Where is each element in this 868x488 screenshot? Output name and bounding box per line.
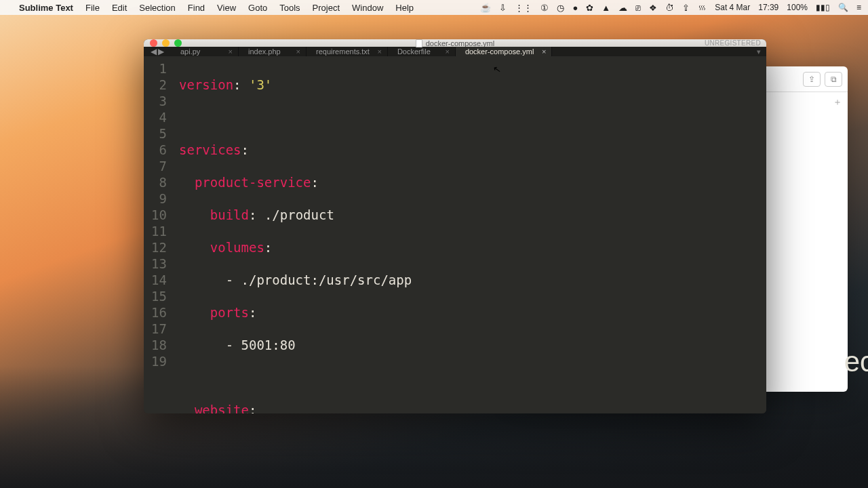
line-number: 8 <box>144 174 167 190</box>
line-number: 18 <box>144 337 167 353</box>
line-number: 1 <box>144 60 167 77</box>
line-number-gutter: 1 2 3 4 5 6 7 8 9 10 11 12 13 14 15 16 1… <box>144 56 174 413</box>
close-icon[interactable]: × <box>542 47 546 56</box>
line-number: 19 <box>144 353 167 369</box>
menu-goto[interactable]: Goto <box>248 3 267 13</box>
sublime-text-window[interactable]: docker-compose.yml UNREGISTERED ◀▶ api.p… <box>144 39 766 413</box>
app-menu[interactable]: Sublime Text <box>19 3 73 13</box>
tab-label: api.py <box>180 47 200 56</box>
window-title: docker-compose.yml <box>426 39 494 47</box>
spotlight-icon[interactable]: 🔍 <box>838 3 848 12</box>
menu-find[interactable]: Find <box>188 3 205 13</box>
tab-label: requirements.txt <box>316 47 370 56</box>
editor-area[interactable]: 1 2 3 4 5 6 7 8 9 10 11 12 13 14 15 16 1… <box>144 56 766 413</box>
line-number: 15 <box>144 288 167 304</box>
tab-label: Dockerfile <box>397 47 431 56</box>
status-icon[interactable]: ❖ <box>649 3 657 13</box>
menu-help[interactable]: Help <box>395 3 414 13</box>
status-icon[interactable]: ⇪ <box>682 3 690 13</box>
menu-edit[interactable]: Edit <box>112 3 127 13</box>
status-icon[interactable]: ☁ <box>618 3 627 13</box>
line-number: 9 <box>144 190 167 207</box>
line-number: 13 <box>144 256 167 272</box>
share-icon[interactable]: ⇪ <box>803 72 821 87</box>
status-icon[interactable]: ▲ <box>601 3 610 13</box>
tab-label: index.php <box>248 47 281 56</box>
yaml-value: - ./product:/usr/src/app <box>226 272 412 287</box>
menubar-time[interactable]: 17:39 <box>758 3 778 12</box>
line-number: 14 <box>144 272 167 288</box>
macos-menubar: Sublime Text File Edit Selection Find Vi… <box>0 0 868 15</box>
menu-tools[interactable]: Tools <box>279 3 300 13</box>
line-number: 5 <box>144 125 167 142</box>
line-number: 4 <box>144 109 167 125</box>
yaml-key: ports <box>210 305 249 320</box>
line-number: 3 <box>144 93 167 109</box>
chevron-left-icon[interactable]: ◀ <box>151 47 157 56</box>
battery-icon[interactable]: ▮▮▯ <box>816 3 830 12</box>
tab-label: docker-compose.yml <box>465 47 534 56</box>
tab-docker-compose-yml[interactable]: docker-compose.yml× <box>456 47 552 56</box>
partial-text: eck <box>844 346 868 378</box>
status-icon[interactable]: ☕ <box>480 3 491 13</box>
tab-bar: ◀▶ api.py× index.php× requirements.txt× … <box>144 47 766 56</box>
yaml-key: volumes <box>210 240 264 255</box>
tab-history-nav[interactable]: ◀▶ <box>144 47 171 56</box>
yaml-value: - 5001:80 <box>226 338 296 352</box>
status-icon[interactable]: ⎚ <box>635 3 641 13</box>
close-icon[interactable]: × <box>377 47 381 56</box>
status-icon[interactable]: ⇩ <box>499 3 507 13</box>
status-icon[interactable]: ✿ <box>586 3 593 13</box>
yaml-key: website <box>195 403 249 413</box>
menu-file[interactable]: File <box>85 3 100 13</box>
file-icon <box>416 39 422 47</box>
status-icon[interactable]: ⏱ <box>665 3 674 13</box>
status-icon[interactable]: ① <box>540 3 549 13</box>
status-icon[interactable]: ◷ <box>557 3 564 13</box>
yaml-key: product-service <box>195 175 311 190</box>
tab-index-php[interactable]: index.php× <box>239 47 307 56</box>
tabs-icon[interactable]: ⧉ <box>825 72 842 87</box>
status-icon[interactable]: ⋮⋮ <box>515 3 532 13</box>
close-icon[interactable]: × <box>296 47 300 56</box>
line-number: 16 <box>144 304 167 321</box>
tab-api-py[interactable]: api.py× <box>171 47 239 56</box>
yaml-value: '3' <box>249 77 272 92</box>
tab-dockerfile[interactable]: Dockerfile× <box>388 47 456 56</box>
close-icon[interactable]: × <box>445 47 449 56</box>
yaml-key: services <box>179 142 241 157</box>
menu-selection[interactable]: Selection <box>139 3 175 13</box>
yaml-key: version <box>179 77 233 92</box>
close-window-icon[interactable] <box>150 39 157 47</box>
menu-window[interactable]: Window <box>352 3 383 13</box>
unregistered-label: UNREGISTERED <box>705 39 761 47</box>
line-number: 12 <box>144 239 167 256</box>
close-icon[interactable]: × <box>229 47 233 56</box>
new-tab-icon[interactable]: ＋ <box>833 96 842 108</box>
yaml-value: ./product <box>264 207 334 222</box>
menubar-date[interactable]: Sat 4 Mar <box>715 3 750 12</box>
battery-percent[interactable]: 100% <box>787 3 808 12</box>
tab-requirements-txt[interactable]: requirements.txt× <box>307 47 388 56</box>
minimize-window-icon[interactable] <box>162 39 170 47</box>
notification-center-icon[interactable]: ≡ <box>856 3 861 12</box>
menu-project[interactable]: Project <box>313 3 340 13</box>
tab-overflow-icon[interactable]: ▾ <box>757 47 761 56</box>
code-content[interactable]: version: '3' services: product-service: … <box>174 56 766 413</box>
line-number: 2 <box>144 77 167 93</box>
line-number: 17 <box>144 321 167 337</box>
menu-view[interactable]: View <box>217 3 236 13</box>
status-icon[interactable]: ● <box>572 3 578 13</box>
line-number: 6 <box>144 142 167 158</box>
line-number: 11 <box>144 223 167 239</box>
wifi-icon[interactable]: ᯾ <box>698 3 707 13</box>
window-titlebar[interactable]: docker-compose.yml UNREGISTERED <box>144 39 766 47</box>
menubar-status-area: ☕ ⇩ ⋮⋮ ① ◷ ● ✿ ▲ ☁ ⎚ ❖ ⏱ ⇪ ᯾ Sat 4 Mar 1… <box>480 3 861 13</box>
line-number: 7 <box>144 158 167 174</box>
yaml-key: build <box>210 207 249 222</box>
chevron-right-icon[interactable]: ▶ <box>158 47 164 56</box>
zoom-window-icon[interactable] <box>174 39 182 47</box>
line-number: 10 <box>144 207 167 223</box>
